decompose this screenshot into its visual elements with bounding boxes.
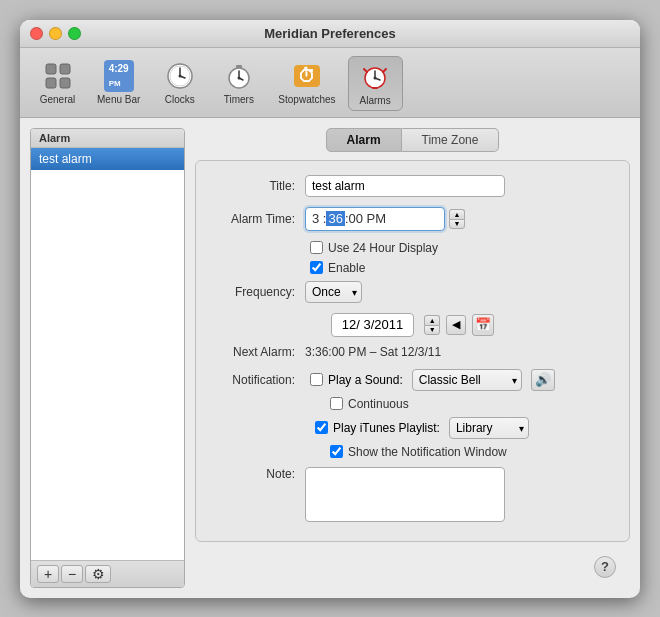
- note-textarea[interactable]: [305, 467, 505, 522]
- timers-icon: [223, 60, 255, 92]
- minimize-button[interactable]: [49, 27, 62, 40]
- play-sound-checkbox[interactable]: [310, 373, 323, 386]
- maximize-button[interactable]: [68, 27, 81, 40]
- continuous-label: Continuous: [348, 397, 409, 411]
- time-stepper-down[interactable]: ▼: [449, 219, 465, 229]
- play-itunes-checkbox[interactable]: [315, 421, 328, 434]
- toolbar-item-menubar[interactable]: 4:29PM Menu Bar: [89, 56, 148, 111]
- show-notification-checkbox[interactable]: [330, 445, 343, 458]
- frequency-select[interactable]: Once: [305, 281, 362, 303]
- stopwatches-icon: ⏱: [291, 60, 323, 92]
- enable-checkbox[interactable]: [310, 261, 323, 274]
- play-sound-label: Play a Sound:: [328, 373, 403, 387]
- title-bar: Meridian Preferences: [20, 20, 640, 48]
- title-row: Title:: [210, 175, 615, 197]
- time-stepper: ▲ ▼: [449, 209, 465, 229]
- toolbar-item-alarms[interactable]: Alarms: [348, 56, 403, 111]
- alarms-label: Alarms: [360, 95, 391, 106]
- toolbar-item-timers[interactable]: Timers: [211, 56, 266, 111]
- svg-line-19: [383, 69, 386, 72]
- clocks-icon: [164, 60, 196, 92]
- tab-bar: Alarm Time Zone: [195, 128, 630, 152]
- title-label: Title:: [210, 179, 305, 193]
- alarm-time-label: Alarm Time:: [210, 212, 305, 226]
- time-rest: :00 PM: [345, 211, 386, 226]
- next-alarm-label: Next Alarm:: [210, 345, 305, 359]
- add-alarm-button[interactable]: +: [37, 565, 59, 583]
- frequency-select-wrapper: Once: [305, 281, 362, 303]
- alarm-list-items: test alarm: [31, 148, 184, 560]
- window-title: Meridian Preferences: [264, 26, 396, 41]
- remove-alarm-button[interactable]: −: [61, 565, 83, 583]
- notification-label: Notification:: [210, 373, 305, 387]
- gear-button[interactable]: ⚙: [85, 565, 111, 583]
- use24hour-checkbox[interactable]: [310, 241, 323, 254]
- form-area: Title: Alarm Time: 3 :36:00 PM ▲ ▼: [195, 160, 630, 542]
- calendar-icon[interactable]: 📅: [472, 314, 494, 336]
- svg-rect-3: [60, 78, 70, 88]
- time-stepper-up[interactable]: ▲: [449, 209, 465, 219]
- date-stepper-down[interactable]: ▼: [424, 325, 440, 335]
- menubar-icon: 4:29PM: [103, 60, 135, 92]
- svg-rect-2: [46, 78, 56, 88]
- toolbar-item-general[interactable]: General: [30, 56, 85, 111]
- general-icon: [42, 60, 74, 92]
- content-area: Alarm test alarm + − ⚙ Alarm Time Zone: [20, 118, 640, 598]
- alarm-list-footer: + − ⚙: [31, 560, 184, 587]
- date-row: 12/ 3/2011 ▲ ▼ ◀ 📅: [210, 313, 615, 337]
- date-stepper-up[interactable]: ▲: [424, 315, 440, 325]
- sound-select-wrapper: Classic Bell: [412, 369, 522, 391]
- alarm-list-header: Alarm: [31, 129, 184, 148]
- menubar-label: Menu Bar: [97, 94, 140, 105]
- svg-rect-20: [372, 87, 378, 89]
- continuous-row: Continuous: [330, 397, 615, 411]
- toolbar-item-stopwatches[interactable]: ⏱ Stopwatches: [270, 56, 343, 111]
- time-highlight: 36: [326, 211, 344, 226]
- show-notification-row: Show the Notification Window: [330, 445, 615, 459]
- svg-point-13: [237, 76, 240, 79]
- enable-row: Enable: [310, 261, 615, 275]
- playlist-select[interactable]: Library: [449, 417, 529, 439]
- tab-timezone[interactable]: Time Zone: [402, 128, 500, 152]
- stopwatches-label: Stopwatches: [278, 94, 335, 105]
- notification-row: Notification: Play a Sound: Classic Bell…: [210, 369, 615, 391]
- next-alarm-row: Next Alarm: 3:36:00 PM – Sat 12/3/11: [210, 345, 615, 359]
- alarm-list-item[interactable]: test alarm: [31, 148, 184, 170]
- continuous-checkbox[interactable]: [330, 397, 343, 410]
- help-button[interactable]: ?: [594, 556, 616, 578]
- date-value: 12/ 3/2011: [342, 317, 403, 332]
- tab-alarm[interactable]: Alarm: [326, 128, 402, 152]
- close-button[interactable]: [30, 27, 43, 40]
- title-input[interactable]: [305, 175, 505, 197]
- svg-rect-1: [60, 64, 70, 74]
- time-display[interactable]: 3 :36:00 PM: [305, 207, 445, 231]
- alarm-time-row: Alarm Time: 3 :36:00 PM ▲ ▼: [210, 207, 615, 231]
- time-hour: 3 :: [312, 211, 326, 226]
- svg-line-18: [364, 69, 367, 72]
- sound-select[interactable]: Classic Bell: [412, 369, 522, 391]
- itunes-row: Play iTunes Playlist: Library: [315, 417, 615, 439]
- svg-point-8: [178, 74, 181, 77]
- toolbar: General 4:29PM Menu Bar Clocks: [20, 48, 640, 118]
- timers-label: Timers: [224, 94, 254, 105]
- bottom-bar: ?: [195, 550, 630, 588]
- svg-rect-10: [236, 65, 242, 68]
- preview-sound-button[interactable]: 🔊: [531, 369, 555, 391]
- svg-rect-0: [46, 64, 56, 74]
- toolbar-item-clocks[interactable]: Clocks: [152, 56, 207, 111]
- date-display: 12/ 3/2011: [331, 313, 414, 337]
- use24hour-label: Use 24 Hour Display: [328, 241, 438, 255]
- general-label: General: [40, 94, 76, 105]
- enable-label: Enable: [328, 261, 365, 275]
- show-notification-label: Show the Notification Window: [348, 445, 507, 459]
- note-area: Note:: [210, 467, 615, 522]
- next-alarm-value: 3:36:00 PM – Sat 12/3/11: [305, 345, 441, 359]
- play-itunes-label: Play iTunes Playlist:: [333, 421, 440, 435]
- svg-point-17: [374, 76, 377, 79]
- note-label: Note:: [210, 467, 305, 481]
- settings-panel: Alarm Time Zone Title: Alarm Time: 3 :36: [195, 128, 630, 588]
- frequency-row: Frequency: Once: [210, 281, 615, 303]
- use24hour-row: Use 24 Hour Display: [310, 241, 615, 255]
- date-stepper: ▲ ▼: [424, 315, 440, 335]
- date-prev-button[interactable]: ◀: [446, 315, 466, 335]
